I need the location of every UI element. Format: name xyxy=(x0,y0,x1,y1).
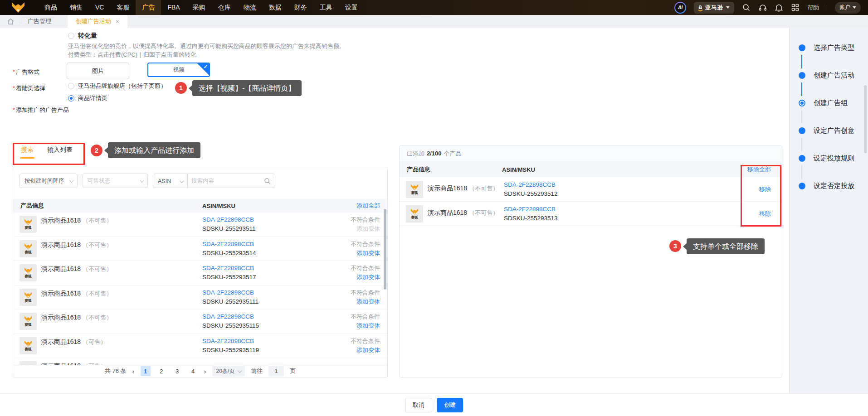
landing-store-option[interactable]: 亚马逊品牌旗舰店（包括子页面） xyxy=(68,82,166,90)
marketplace-selector[interactable]: a 亚马逊 xyxy=(694,2,734,14)
annotation-badge-1: 1 xyxy=(175,82,187,94)
caret-down-icon xyxy=(853,6,856,9)
page-number[interactable]: 2 xyxy=(156,366,166,376)
asin-link[interactable]: SDA-2F22898CCB xyxy=(504,181,558,189)
bell-icon[interactable] xyxy=(775,3,783,12)
asin-link[interactable]: SDA-2F22898CCB xyxy=(504,205,558,213)
step-dot xyxy=(799,44,805,51)
table-row: 赛狐 演示商品1618（不可售） SDA-2F22898CCB SDSKU-25… xyxy=(13,213,387,237)
payment-type-description: 付费类型：点击付费(CPC)｜归因于点击量的转化 xyxy=(68,51,196,59)
asin-link[interactable]: SDA-2F22898CCB xyxy=(202,216,256,224)
account-label: 账户 xyxy=(839,4,850,11)
page-number[interactable]: 3 xyxy=(172,366,182,376)
page-scrollbar[interactable] xyxy=(864,85,867,153)
radio-checked-icon[interactable] xyxy=(68,95,74,102)
remove-link[interactable]: 移除 xyxy=(759,210,771,218)
tab-input-list[interactable]: 输入列表 xyxy=(47,146,73,159)
add-variant-link[interactable]: 添加变体 xyxy=(356,225,380,233)
format-image-button[interactable]: 图片 xyxy=(67,63,129,79)
step-set-negative-targeting[interactable]: 设定否定投放 xyxy=(790,172,868,200)
tab-search[interactable]: 搜索 xyxy=(21,146,34,159)
format-video-button[interactable]: 视频 ✓ xyxy=(147,63,210,77)
top-nav: 商品 销售 VC 客服 广告 FBA 采购 仓库 物流 数据 财务 工 xyxy=(0,0,868,15)
fox-logo-icon[interactable] xyxy=(10,1,28,14)
magnifier-icon[interactable] xyxy=(264,174,275,188)
step-set-targeting-rules[interactable]: 设定投放规则 xyxy=(790,145,868,172)
product-name: 演示商品1618（可售） xyxy=(41,338,106,346)
sale-status: （不可售） xyxy=(469,209,498,216)
caret-down-icon xyxy=(726,6,730,9)
goto-page-input[interactable]: 1 xyxy=(268,366,284,377)
msku-value: SDSKU-255293517 xyxy=(202,273,256,281)
add-variant-link[interactable]: 添加变体 xyxy=(356,346,380,354)
nav-item[interactable]: 销售 xyxy=(63,0,89,15)
asin-link[interactable]: SDA-2F22898CCB xyxy=(202,289,258,297)
remove-all-link[interactable]: 移除全部 xyxy=(747,165,782,174)
status-select[interactable]: 可售状态 xyxy=(83,174,148,188)
headset-icon[interactable] xyxy=(758,3,767,12)
cancel-button[interactable]: 取消 xyxy=(405,398,432,412)
search-field-select[interactable]: ASIN xyxy=(153,174,188,188)
nav-item[interactable]: 仓库 xyxy=(212,0,237,15)
add-all-link[interactable]: 添加全部 xyxy=(356,202,387,210)
prev-page-button[interactable]: ‹ xyxy=(132,368,135,375)
page-number[interactable]: 4 xyxy=(188,366,198,376)
step-dot xyxy=(799,127,805,134)
nav-item[interactable]: VC xyxy=(89,0,110,15)
condition-text: 不符合条件 xyxy=(351,264,380,272)
account-menu[interactable]: 账户 xyxy=(835,2,861,14)
next-page-button[interactable]: › xyxy=(204,368,206,375)
goto-label: 前往 xyxy=(251,367,263,375)
remove-link[interactable]: 移除 xyxy=(759,185,771,193)
step-select-ad-type[interactable]: 选择广告类型 xyxy=(790,34,868,62)
step-create-campaign[interactable]: 创建广告活动 xyxy=(790,62,868,89)
nav-item[interactable]: 工具 xyxy=(313,0,339,15)
page-size-select[interactable]: 20条/页 xyxy=(212,366,245,377)
step-create-ad-group[interactable]: 创建广告组 xyxy=(790,89,868,117)
sale-status: （不可售） xyxy=(83,314,112,321)
create-button[interactable]: 创建 xyxy=(437,398,463,412)
radio-unchecked-icon[interactable] xyxy=(68,33,74,39)
nav-item[interactable]: 物流 xyxy=(237,0,263,15)
asin-link[interactable]: SDA-2F22898CCB xyxy=(202,240,256,248)
add-variant-link[interactable]: 添加变体 xyxy=(356,273,380,281)
landing-detail-option[interactable]: 商品详情页 xyxy=(68,94,107,102)
home-icon[interactable] xyxy=(0,15,21,28)
nav-item[interactable]: 商品 xyxy=(38,0,63,15)
nav-item[interactable]: 采购 xyxy=(186,0,212,15)
ai-badge-label: AI xyxy=(675,3,685,13)
table-scrollbar[interactable] xyxy=(384,209,386,290)
fox-logo-icon xyxy=(23,316,33,323)
page-number[interactable]: 1 xyxy=(141,366,151,376)
optimize-conversion-option[interactable]: 转化量 xyxy=(68,32,97,40)
msku-value: SDSKU-2552935115 xyxy=(202,322,259,330)
footer-bar: 取消 创建 xyxy=(0,393,868,416)
add-variant-link[interactable]: 添加变体 xyxy=(356,298,380,306)
help-link[interactable]: 帮助 xyxy=(807,4,819,12)
asin-link[interactable]: SDA-2F22898CCB xyxy=(202,264,256,272)
tab-create-campaign[interactable]: 创建广告活动 × xyxy=(68,15,127,28)
close-icon[interactable]: × xyxy=(116,18,119,25)
search-icon[interactable] xyxy=(742,3,751,12)
add-variant-link[interactable]: 添加变体 xyxy=(356,322,380,330)
fox-logo-icon xyxy=(410,208,419,215)
nav-item[interactable]: 客服 xyxy=(110,0,136,15)
sort-select[interactable]: 按创建时间降序 xyxy=(20,174,78,188)
radio-unchecked-icon[interactable] xyxy=(68,83,74,89)
nav-item[interactable]: FBA xyxy=(161,0,186,15)
asin-link[interactable]: SDA-2F22898CCB xyxy=(202,337,259,345)
breadcrumb[interactable]: 广告管理 xyxy=(21,15,58,28)
nav-item[interactable]: 数据 xyxy=(263,0,288,15)
msku-value: SDSKU-255293512 xyxy=(504,190,558,198)
sale-status: （可售） xyxy=(83,339,106,345)
apps-grid-icon[interactable] xyxy=(791,3,800,12)
search-input[interactable] xyxy=(188,174,264,188)
nav-item[interactable]: 财务 xyxy=(288,0,313,15)
asin-link[interactable]: SDA-2F22898CCB xyxy=(202,313,259,321)
nav-item[interactable]: 广告 xyxy=(136,0,161,15)
step-set-creative[interactable]: 设定广告创意 xyxy=(790,117,868,145)
ai-assistant-button[interactable]: AI xyxy=(674,2,686,14)
add-variant-link[interactable]: 添加变体 xyxy=(356,249,380,257)
nav-item[interactable]: 设置 xyxy=(339,0,364,15)
fox-logo-icon xyxy=(23,292,33,299)
